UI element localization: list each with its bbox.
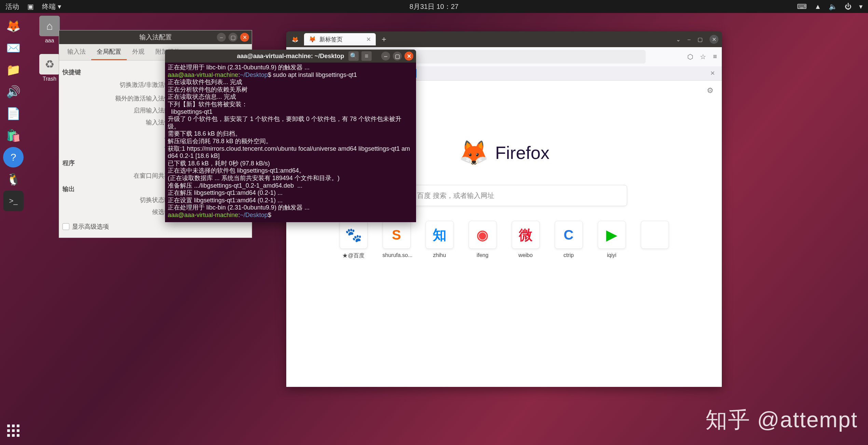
dock-files[interactable]: 📁	[3, 59, 24, 80]
bookmark-star-icon[interactable]: ☆	[700, 53, 706, 61]
ff-minimize-button[interactable]: ‒	[687, 36, 691, 43]
tab-global-config[interactable]: 全局配置	[91, 44, 127, 60]
tab-input-method[interactable]: 输入法	[62, 44, 91, 60]
ff-maximize-button[interactable]: ▢	[698, 36, 703, 43]
info-close-icon[interactable]: ✕	[710, 70, 715, 77]
tile-label: shurufa.so...	[383, 252, 411, 258]
tile-icon: 知	[426, 221, 454, 249]
firefox-brand: 🦊 Firefox	[459, 139, 550, 167]
ff-close-button[interactable]: ✕	[709, 35, 718, 44]
minimize-button[interactable]: ‒	[217, 33, 226, 42]
active-app-menu[interactable]: 终端 ▾	[42, 2, 61, 11]
fcitx-title-text: 输入法配置	[139, 33, 172, 42]
activities-button[interactable]: 活动	[5, 2, 19, 11]
power-icon[interactable]: ⏻	[845, 3, 852, 11]
dock-firefox[interactable]: 🦊	[3, 16, 24, 36]
tile-icon: ▶	[598, 221, 626, 249]
browser-tab[interactable]: 🦊 新标签页 ✕	[304, 33, 376, 45]
dock-software[interactable]: 🛍️	[3, 125, 24, 146]
system-menu-chevron-icon[interactable]: ▾	[859, 2, 863, 11]
term-close-button[interactable]: ✕	[404, 52, 413, 60]
terminal-indicator-icon: ▣	[27, 2, 34, 11]
top-site-tile[interactable]: 微weibo	[512, 221, 540, 259]
tile-icon: 🐾	[340, 221, 368, 249]
terminal-title-text: aaa@aaa-virtual-machine: ~/Desktop	[237, 53, 344, 60]
terminal-search-icon[interactable]: 🔍	[348, 51, 359, 61]
close-button[interactable]: ✕	[240, 33, 249, 42]
tile-icon: C	[555, 221, 583, 249]
dock-terminal[interactable]: >_	[3, 191, 24, 211]
tabs-dropdown-icon[interactable]: ⌄	[676, 36, 680, 43]
firefox-logo-icon: 🦊	[290, 34, 301, 45]
dock: 🦊 ✉️ 📁 🔊 📄 🛍️ ? 🐧 >_	[0, 13, 27, 445]
checkbox-advanced[interactable]: ✓	[63, 223, 69, 230]
volume-icon[interactable]: 🔈	[829, 2, 837, 11]
tab-favicon-icon: 🦊	[309, 36, 316, 43]
app-menu-icon[interactable]: ≡	[713, 53, 717, 61]
firefox-brand-icon: 🦊	[459, 139, 488, 167]
top-site-tile[interactable]: Sshurufa.so...	[383, 221, 411, 259]
maximize-button[interactable]: ▢	[229, 33, 237, 42]
tab-title: 新标签页	[319, 36, 343, 43]
term-maximize-button[interactable]: ▢	[393, 52, 402, 60]
tab-close-icon[interactable]: ✕	[366, 36, 371, 43]
dock-tux[interactable]: 🐧	[3, 169, 24, 189]
home-folder-icon: ⌂	[39, 16, 60, 36]
tile-label: weibo	[512, 252, 540, 258]
top-site-tile[interactable]: 知zhihu	[426, 221, 454, 259]
tile-label: iqiyi	[598, 252, 626, 258]
top-site-tile[interactable]: ◉ifeng	[469, 221, 497, 259]
input-method-icon[interactable]: ⌨	[797, 2, 807, 11]
tile-label: ctrip	[555, 252, 583, 258]
top-site-tile[interactable]: Cctrip	[555, 221, 583, 259]
top-site-tile[interactable]: 🐾★@百度	[340, 221, 368, 259]
network-icon[interactable]: ▲	[814, 3, 821, 11]
dock-rhythmbox[interactable]: 🔊	[3, 81, 24, 102]
tile-label: ★@百度	[340, 252, 368, 259]
tile-icon: 微	[512, 221, 540, 249]
dock-writer[interactable]: 📄	[3, 103, 24, 124]
newtab-search[interactable]: 🐾 使用 百度 搜索，或者输入网址	[381, 185, 627, 206]
new-tab-button[interactable]: +	[378, 34, 389, 45]
show-applications[interactable]	[3, 420, 24, 441]
label-advanced: 显示高级选项	[72, 222, 109, 231]
newtab-settings-icon[interactable]: ⚙	[707, 86, 714, 95]
trash-icon: ♻	[39, 54, 60, 75]
top-site-tile[interactable]	[641, 221, 669, 259]
clock[interactable]: 8月31日 10：27	[410, 2, 458, 11]
fcitx-titlebar[interactable]: 输入法配置 ‒ ▢ ✕	[59, 30, 252, 44]
top-sites: 🐾★@百度Sshurufa.so...知zhihu◉ifeng微weiboCct…	[340, 221, 669, 259]
tile-label: ifeng	[469, 252, 497, 258]
terminal-body[interactable]: 正在处理用于 libc-bin (2.31-0ubuntu9.9) 的触发器 .…	[165, 63, 416, 222]
tile-icon: S	[383, 221, 411, 249]
top-site-tile[interactable]: ▶iqiyi	[598, 221, 626, 259]
dock-thunderbird[interactable]: ✉️	[3, 38, 24, 58]
tile-label: zhihu	[426, 252, 454, 258]
tile-icon	[641, 221, 669, 249]
tab-appearance[interactable]: 外观	[127, 44, 150, 60]
dock-help[interactable]: ?	[3, 147, 24, 167]
firefox-brand-text: Firefox	[495, 143, 550, 163]
tile-icon: ◉	[469, 221, 497, 249]
term-minimize-button[interactable]: ‒	[381, 52, 390, 60]
pocket-icon[interactable]: ⬡	[687, 53, 693, 61]
watermark: 知乎 @attempt	[705, 405, 858, 435]
terminal-menu-icon[interactable]: ≡	[361, 51, 372, 61]
terminal-titlebar[interactable]: aaa@aaa-virtual-machine: ~/Desktop 🔍 ≡ ‒…	[165, 50, 416, 63]
terminal-window: aaa@aaa-virtual-machine: ~/Desktop 🔍 ≡ ‒…	[165, 50, 416, 222]
